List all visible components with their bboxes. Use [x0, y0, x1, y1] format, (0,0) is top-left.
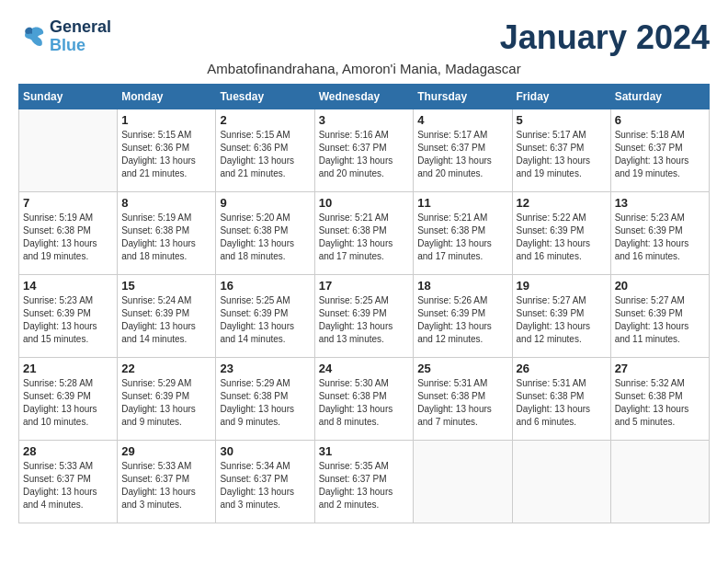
day-number: 30	[220, 444, 310, 458]
calendar-header-row: SundayMondayTuesdayWednesdayThursdayFrid…	[19, 85, 710, 109]
page-header: General Blue January 2024	[18, 18, 710, 57]
calendar-cell: 3Sunrise: 5:16 AMSunset: 6:37 PMDaylight…	[314, 109, 414, 192]
day-number: 21	[23, 362, 113, 375]
header-wednesday: Wednesday	[314, 85, 414, 109]
day-info: Sunrise: 5:29 AMSunset: 6:39 PMDaylight:…	[121, 377, 211, 429]
logo-text: General Blue	[50, 18, 111, 55]
day-info: Sunrise: 5:21 AMSunset: 6:38 PMDaylight:…	[319, 212, 410, 263]
day-number: 1	[121, 113, 211, 127]
day-number: 16	[220, 279, 310, 293]
day-info: Sunrise: 5:16 AMSunset: 6:37 PMDaylight:…	[319, 129, 410, 180]
calendar-cell: 21Sunrise: 5:28 AMSunset: 6:39 PMDayligh…	[19, 358, 118, 441]
logo-general: General	[50, 18, 111, 37]
calendar-cell: 30Sunrise: 5:34 AMSunset: 6:37 PMDayligh…	[216, 441, 314, 523]
day-number: 4	[417, 113, 507, 127]
calendar-week-1: 1Sunrise: 5:15 AMSunset: 6:36 PMDaylight…	[19, 109, 710, 192]
calendar-cell: 4Sunrise: 5:17 AMSunset: 6:37 PMDaylight…	[414, 109, 512, 192]
header-thursday: Thursday	[414, 85, 512, 109]
day-info: Sunrise: 5:31 AMSunset: 6:38 PMDaylight:…	[417, 377, 507, 429]
day-number: 7	[23, 196, 113, 210]
day-info: Sunrise: 5:30 AMSunset: 6:38 PMDaylight:…	[319, 377, 410, 429]
header-monday: Monday	[118, 85, 216, 109]
calendar-cell	[414, 441, 512, 523]
header-saturday: Saturday	[610, 85, 709, 109]
calendar-cell: 7Sunrise: 5:19 AMSunset: 6:38 PMDaylight…	[19, 192, 118, 275]
day-number: 22	[121, 362, 211, 375]
day-number: 10	[319, 196, 410, 210]
day-number: 5	[517, 113, 607, 127]
calendar-cell: 13Sunrise: 5:23 AMSunset: 6:39 PMDayligh…	[610, 192, 709, 275]
calendar-cell: 16Sunrise: 5:25 AMSunset: 6:39 PMDayligh…	[216, 275, 314, 358]
day-number: 17	[319, 279, 410, 293]
day-number: 12	[517, 196, 607, 210]
day-info: Sunrise: 5:25 AMSunset: 6:39 PMDaylight:…	[220, 294, 310, 346]
day-info: Sunrise: 5:18 AMSunset: 6:37 PMDaylight:…	[615, 129, 705, 180]
day-number: 27	[615, 362, 705, 375]
calendar-cell: 22Sunrise: 5:29 AMSunset: 6:39 PMDayligh…	[118, 358, 216, 441]
day-number: 26	[517, 362, 607, 375]
day-info: Sunrise: 5:17 AMSunset: 6:37 PMDaylight:…	[417, 129, 507, 180]
day-info: Sunrise: 5:19 AMSunset: 6:38 PMDaylight:…	[121, 212, 211, 263]
calendar-cell: 20Sunrise: 5:27 AMSunset: 6:39 PMDayligh…	[610, 275, 709, 358]
day-number: 29	[121, 444, 211, 458]
header-sunday: Sunday	[19, 85, 118, 109]
day-number: 28	[23, 444, 113, 458]
calendar-cell: 6Sunrise: 5:18 AMSunset: 6:37 PMDaylight…	[610, 109, 709, 192]
calendar-cell	[19, 109, 118, 192]
day-info: Sunrise: 5:35 AMSunset: 6:37 PMDaylight:…	[319, 460, 410, 511]
calendar-cell: 31Sunrise: 5:35 AMSunset: 6:37 PMDayligh…	[314, 441, 414, 523]
day-number: 11	[417, 196, 507, 210]
day-info: Sunrise: 5:24 AMSunset: 6:39 PMDaylight:…	[121, 294, 211, 346]
day-info: Sunrise: 5:21 AMSunset: 6:38 PMDaylight:…	[417, 212, 507, 263]
day-info: Sunrise: 5:27 AMSunset: 6:39 PMDaylight:…	[615, 294, 705, 346]
day-number: 13	[615, 196, 705, 210]
day-info: Sunrise: 5:29 AMSunset: 6:38 PMDaylight:…	[220, 377, 310, 429]
logo-icon	[18, 23, 46, 51]
day-number: 6	[615, 113, 705, 127]
calendar-cell: 12Sunrise: 5:22 AMSunset: 6:39 PMDayligh…	[512, 192, 610, 275]
day-number: 25	[417, 362, 507, 375]
day-info: Sunrise: 5:17 AMSunset: 6:37 PMDaylight:…	[517, 129, 607, 180]
day-info: Sunrise: 5:25 AMSunset: 6:39 PMDaylight:…	[319, 294, 410, 346]
day-info: Sunrise: 5:15 AMSunset: 6:36 PMDaylight:…	[121, 129, 211, 180]
day-info: Sunrise: 5:22 AMSunset: 6:39 PMDaylight:…	[517, 212, 607, 263]
title-section: January 2024	[500, 18, 710, 57]
calendar-cell: 14Sunrise: 5:23 AMSunset: 6:39 PMDayligh…	[19, 275, 118, 358]
calendar-cell: 18Sunrise: 5:26 AMSunset: 6:39 PMDayligh…	[414, 275, 512, 358]
calendar-cell: 29Sunrise: 5:33 AMSunset: 6:37 PMDayligh…	[118, 441, 216, 523]
day-number: 20	[615, 279, 705, 293]
calendar-cell: 28Sunrise: 5:33 AMSunset: 6:37 PMDayligh…	[19, 441, 118, 523]
calendar-cell: 17Sunrise: 5:25 AMSunset: 6:39 PMDayligh…	[314, 275, 414, 358]
day-info: Sunrise: 5:20 AMSunset: 6:38 PMDaylight:…	[220, 212, 310, 263]
logo-blue: Blue	[50, 37, 111, 55]
day-info: Sunrise: 5:31 AMSunset: 6:38 PMDaylight:…	[517, 377, 607, 429]
day-info: Sunrise: 5:15 AMSunset: 6:36 PMDaylight:…	[220, 129, 310, 180]
calendar-cell: 24Sunrise: 5:30 AMSunset: 6:38 PMDayligh…	[314, 358, 414, 441]
day-info: Sunrise: 5:27 AMSunset: 6:39 PMDaylight:…	[517, 294, 607, 346]
header-friday: Friday	[512, 85, 610, 109]
calendar-cell: 23Sunrise: 5:29 AMSunset: 6:38 PMDayligh…	[216, 358, 314, 441]
day-info: Sunrise: 5:34 AMSunset: 6:37 PMDaylight:…	[220, 460, 310, 511]
calendar-cell: 8Sunrise: 5:19 AMSunset: 6:38 PMDaylight…	[118, 192, 216, 275]
calendar-cell: 25Sunrise: 5:31 AMSunset: 6:38 PMDayligh…	[414, 358, 512, 441]
logo: General Blue	[18, 18, 111, 55]
day-info: Sunrise: 5:28 AMSunset: 6:39 PMDaylight:…	[23, 377, 113, 429]
day-number: 19	[517, 279, 607, 293]
subtitle: Ambatofinandrahana, Amoron'i Mania, Mada…	[18, 61, 710, 76]
calendar-cell	[610, 441, 709, 523]
day-info: Sunrise: 5:33 AMSunset: 6:37 PMDaylight:…	[23, 460, 113, 511]
day-info: Sunrise: 5:23 AMSunset: 6:39 PMDaylight:…	[23, 294, 113, 346]
calendar-cell	[512, 441, 610, 523]
day-info: Sunrise: 5:19 AMSunset: 6:38 PMDaylight:…	[23, 212, 113, 263]
calendar-week-5: 28Sunrise: 5:33 AMSunset: 6:37 PMDayligh…	[19, 441, 710, 523]
day-number: 8	[121, 196, 211, 210]
day-number: 9	[220, 196, 310, 210]
calendar-cell: 10Sunrise: 5:21 AMSunset: 6:38 PMDayligh…	[314, 192, 414, 275]
calendar-cell: 26Sunrise: 5:31 AMSunset: 6:38 PMDayligh…	[512, 358, 610, 441]
month-title: January 2024	[500, 18, 710, 57]
calendar-table: SundayMondayTuesdayWednesdayThursdayFrid…	[18, 84, 710, 523]
calendar-cell: 2Sunrise: 5:15 AMSunset: 6:36 PMDaylight…	[216, 109, 314, 192]
day-number: 18	[417, 279, 507, 293]
day-number: 23	[220, 362, 310, 375]
header-tuesday: Tuesday	[216, 85, 314, 109]
